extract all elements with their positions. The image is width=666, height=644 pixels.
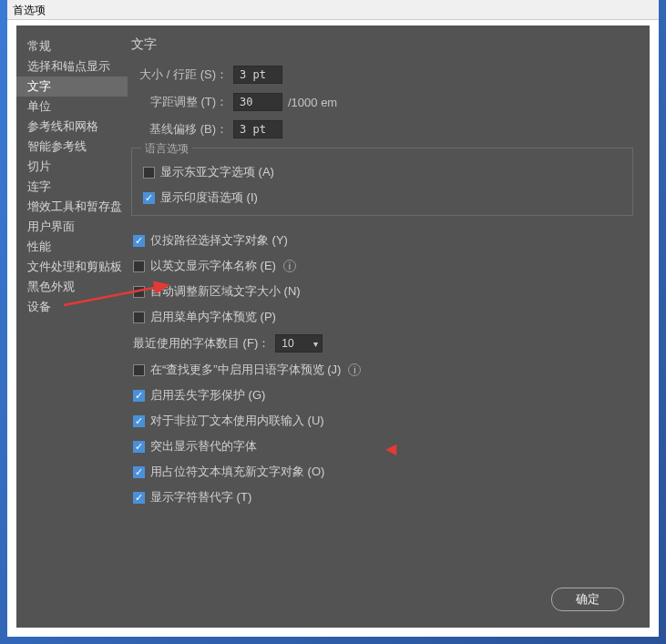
label-en-fontnames: 以英文显示字体名称 (E) [150,258,276,274]
sidebar-item-file-clipboard[interactable]: 文件处理和剪贴板 [16,257,128,277]
checkbox-jp-preview[interactable] [133,364,145,376]
label-glyph-protect: 启用丢失字形保护 (G) [150,387,265,404]
main-area: 常规 选择和锚点显示 文字 单位 参考线和网格 智能参考线 切片 连字 增效工具… [16,26,650,578]
label-inline-input: 对于非拉丁文本使用内联输入 (U) [150,413,324,429]
sidebar: 常规 选择和锚点显示 文字 单位 参考线和网格 智能参考线 切片 连字 增效工具… [16,26,128,578]
checkbox-path-select[interactable] [133,235,145,247]
checkbox-highlight-alt[interactable] [133,441,145,453]
recent-fonts-select[interactable]: 10 [275,334,323,353]
sidebar-item-slices[interactable]: 切片 [16,157,128,177]
panel-title: 文字 [131,36,637,53]
checkbox-east-asian[interactable] [143,167,155,179]
sidebar-item-plugins-scratch[interactable]: 增效工具和暂存盘 [16,197,128,217]
label-auto-resize: 自动调整新区域文字大小 (N) [150,283,301,300]
recent-fonts-label: 最近使用的字体数目 (F)： [133,335,270,352]
sidebar-item-devices[interactable]: 设备 [16,297,128,317]
sidebar-item-black-appearance[interactable]: 黑色外观 [16,277,128,297]
checkbox-inline-input[interactable] [133,415,145,427]
baseline-label: 基线偏移 (B)： [131,121,228,138]
checkbox-show-glyph-alt[interactable] [133,492,145,504]
checkbox-menu-preview[interactable] [133,312,145,323]
info-icon[interactable]: i [283,260,296,272]
tracking-label: 字距调整 (T)： [131,94,228,110]
size-leading-input[interactable] [233,66,282,84]
button-bar: 确定 [16,578,650,628]
label-fill-placeholder: 用占位符文本填充新文字对象 (O) [150,464,324,480]
tracking-unit: /1000 em [288,96,337,109]
window-title: 首选项 [13,4,46,16]
sidebar-item-selection-anchor[interactable]: 选择和锚点显示 [16,56,128,77]
sidebar-item-guides-grid[interactable]: 参考线和网格 [16,117,128,137]
checkbox-fill-placeholder[interactable] [133,466,145,478]
content-pane: 常规 选择和锚点显示 文字 单位 参考线和网格 智能参考线 切片 连字 增效工具… [16,26,650,628]
sidebar-item-type[interactable]: 文字 [16,77,128,97]
type-panel: 文字 大小 / 行距 (S)： 字距调整 (T)： /1000 em 基线偏移 … [128,26,650,578]
checkbox-auto-resize[interactable] [133,286,145,298]
language-fieldset: 语言选项 显示东亚文字选项 (A) 显示印度语选项 (I) [131,148,633,216]
baseline-input[interactable] [233,120,282,138]
label-indic: 显示印度语选项 (I) [160,189,258,206]
label-path-select: 仅按路径选择文字对象 (Y) [150,232,288,249]
window-titlebar: 首选项 [7,0,659,20]
checkbox-glyph-protect[interactable] [133,390,145,402]
language-legend: 语言选项 [141,142,192,155]
sidebar-item-hyphenation[interactable]: 连字 [16,177,128,197]
checkbox-en-fontnames[interactable] [133,261,145,272]
sidebar-item-general[interactable]: 常规 [16,36,128,56]
sidebar-item-units[interactable]: 单位 [16,97,128,117]
tracking-input[interactable] [233,93,282,111]
preferences-window: 首选项 常规 选择和锚点显示 文字 单位 参考线和网格 智能参考线 切片 连字 … [7,0,659,637]
sidebar-item-performance[interactable]: 性能 [16,237,128,257]
label-east-asian: 显示东亚文字选项 (A) [160,164,274,180]
label-highlight-alt: 突出显示替代的字体 [150,438,257,455]
ok-button[interactable]: 确定 [551,588,624,611]
label-show-glyph-alt: 显示字符替代字 (T) [150,489,251,506]
checkbox-indic[interactable] [143,192,155,204]
sidebar-item-ui[interactable]: 用户界面 [16,217,128,237]
label-menu-preview: 启用菜单内字体预览 (P) [150,309,276,325]
size-leading-label: 大小 / 行距 (S)： [131,66,228,83]
info-icon[interactable]: i [348,363,361,376]
sidebar-item-smart-guides[interactable]: 智能参考线 [16,137,128,157]
label-jp-preview: 在“查找更多”中启用日语字体预览 (J) [150,362,341,378]
